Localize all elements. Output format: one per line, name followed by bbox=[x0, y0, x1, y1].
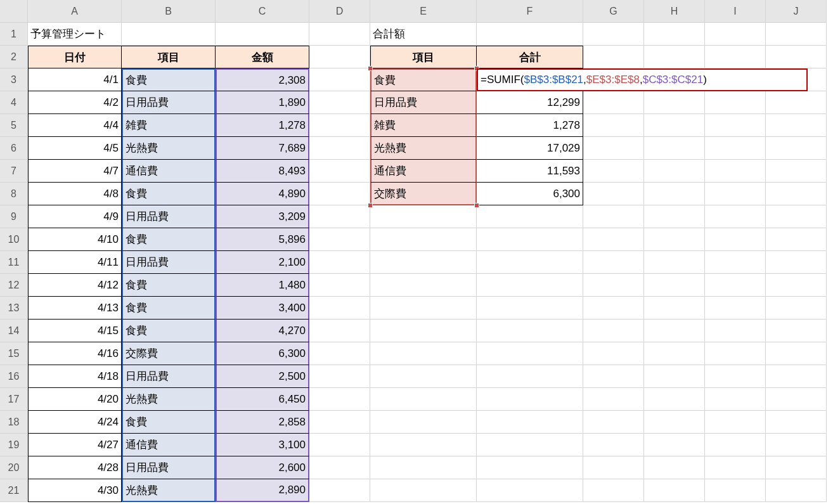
cell-I17[interactable] bbox=[705, 388, 766, 411]
cell-J15[interactable] bbox=[766, 342, 827, 365]
cell-J12[interactable] bbox=[766, 274, 827, 297]
amount-cell[interactable]: 2,600 bbox=[216, 456, 309, 479]
range-handle[interactable] bbox=[474, 203, 479, 208]
cell-D2[interactable] bbox=[309, 46, 370, 68]
cell-H1[interactable] bbox=[644, 23, 705, 46]
amount-cell[interactable]: 5,896 bbox=[216, 228, 309, 251]
cell-G14[interactable] bbox=[583, 320, 644, 342]
cell-E20[interactable] bbox=[370, 456, 477, 479]
cell-E14[interactable] bbox=[370, 320, 477, 342]
cell-J21[interactable] bbox=[766, 479, 827, 502]
date-cell[interactable]: 4/30 bbox=[28, 479, 122, 502]
row-header-9[interactable]: 9 bbox=[0, 205, 28, 228]
row-header-7[interactable]: 7 bbox=[0, 160, 28, 183]
col-header-I[interactable]: I bbox=[705, 0, 766, 23]
cell-I4[interactable] bbox=[705, 91, 766, 114]
col-header-A[interactable]: A bbox=[28, 0, 122, 23]
date-cell[interactable]: 4/15 bbox=[28, 320, 122, 342]
date-cell[interactable]: 4/18 bbox=[28, 365, 122, 388]
summary-sum-cell[interactable]: 1,278 bbox=[477, 114, 583, 137]
cell-J18[interactable] bbox=[766, 411, 827, 434]
cell-I15[interactable] bbox=[705, 342, 766, 365]
sheet-title[interactable]: 予算管理シート bbox=[28, 23, 122, 46]
date-cell[interactable]: 4/10 bbox=[28, 228, 122, 251]
cell-F10[interactable] bbox=[477, 228, 583, 251]
row-header-2[interactable]: 2 bbox=[0, 46, 28, 68]
item-cell[interactable]: 食費 bbox=[122, 411, 216, 434]
cell-F12[interactable] bbox=[477, 274, 583, 297]
item-cell[interactable]: 日用品費 bbox=[122, 365, 216, 388]
col-header-B[interactable]: B bbox=[122, 0, 216, 23]
row-header-19[interactable]: 19 bbox=[0, 434, 28, 456]
row-header-15[interactable]: 15 bbox=[0, 342, 28, 365]
amount-cell[interactable]: 7,689 bbox=[216, 137, 309, 160]
left-header-item[interactable]: 項目 bbox=[122, 46, 216, 68]
cell-E12[interactable] bbox=[370, 274, 477, 297]
row-header-14[interactable]: 14 bbox=[0, 320, 28, 342]
row-header-8[interactable]: 8 bbox=[0, 183, 28, 205]
cell-I7[interactable] bbox=[705, 160, 766, 183]
cell-H5[interactable] bbox=[644, 114, 705, 137]
cell-H15[interactable] bbox=[644, 342, 705, 365]
cell-F1[interactable] bbox=[477, 23, 583, 46]
summary-item-cell[interactable]: 交際費 bbox=[370, 183, 477, 205]
cell-H4[interactable] bbox=[644, 91, 705, 114]
date-cell[interactable]: 4/27 bbox=[28, 434, 122, 456]
cell-E9[interactable] bbox=[370, 205, 477, 228]
cell-D12[interactable] bbox=[309, 274, 370, 297]
cell-H10[interactable] bbox=[644, 228, 705, 251]
date-cell[interactable]: 4/2 bbox=[28, 91, 122, 114]
amount-cell[interactable]: 3,100 bbox=[216, 434, 309, 456]
cell-I14[interactable] bbox=[705, 320, 766, 342]
col-header-H[interactable]: H bbox=[644, 0, 705, 23]
cell-J17[interactable] bbox=[766, 388, 827, 411]
cell-J9[interactable] bbox=[766, 205, 827, 228]
date-cell[interactable]: 4/11 bbox=[28, 251, 122, 274]
date-cell[interactable]: 4/16 bbox=[28, 342, 122, 365]
cell-C1[interactable] bbox=[216, 23, 309, 46]
cell-F15[interactable] bbox=[477, 342, 583, 365]
cell-H6[interactable] bbox=[644, 137, 705, 160]
cell-G18[interactable] bbox=[583, 411, 644, 434]
cell-G10[interactable] bbox=[583, 228, 644, 251]
cell-J10[interactable] bbox=[766, 228, 827, 251]
cell-D1[interactable] bbox=[309, 23, 370, 46]
cell-E21[interactable] bbox=[370, 479, 477, 502]
left-header-amount[interactable]: 金額 bbox=[216, 46, 309, 68]
cell-I12[interactable] bbox=[705, 274, 766, 297]
cell-F14[interactable] bbox=[477, 320, 583, 342]
cell-D3[interactable] bbox=[309, 68, 370, 91]
cell-J13[interactable] bbox=[766, 297, 827, 320]
cell-G17[interactable] bbox=[583, 388, 644, 411]
amount-cell[interactable]: 1,480 bbox=[216, 274, 309, 297]
summary-sum-cell[interactable]: 12,299 bbox=[477, 91, 583, 114]
cell-D17[interactable] bbox=[309, 388, 370, 411]
range-handle[interactable] bbox=[368, 66, 373, 71]
row-header-4[interactable]: 4 bbox=[0, 91, 28, 114]
amount-cell[interactable]: 6,450 bbox=[216, 388, 309, 411]
cell-J1[interactable] bbox=[766, 23, 827, 46]
cell-G12[interactable] bbox=[583, 274, 644, 297]
date-cell[interactable]: 4/20 bbox=[28, 388, 122, 411]
item-cell[interactable]: 雑費 bbox=[122, 114, 216, 137]
right-header-sum[interactable]: 合計 bbox=[477, 46, 583, 68]
cell-G9[interactable] bbox=[583, 205, 644, 228]
row-header-10[interactable]: 10 bbox=[0, 228, 28, 251]
cell-D4[interactable] bbox=[309, 91, 370, 114]
cell-H9[interactable] bbox=[644, 205, 705, 228]
amount-cell[interactable]: 1,890 bbox=[216, 91, 309, 114]
cell-F13[interactable] bbox=[477, 297, 583, 320]
cell-E17[interactable] bbox=[370, 388, 477, 411]
cell-I10[interactable] bbox=[705, 228, 766, 251]
date-cell[interactable]: 4/8 bbox=[28, 183, 122, 205]
cell-H13[interactable] bbox=[644, 297, 705, 320]
item-cell[interactable]: 食費 bbox=[122, 297, 216, 320]
cell-H19[interactable] bbox=[644, 434, 705, 456]
item-cell[interactable]: 食費 bbox=[122, 228, 216, 251]
row-header-21[interactable]: 21 bbox=[0, 479, 28, 502]
cell-E19[interactable] bbox=[370, 434, 477, 456]
amount-cell[interactable]: 2,858 bbox=[216, 411, 309, 434]
cell-B1[interactable] bbox=[122, 23, 216, 46]
cell-F17[interactable] bbox=[477, 388, 583, 411]
cell-H18[interactable] bbox=[644, 411, 705, 434]
